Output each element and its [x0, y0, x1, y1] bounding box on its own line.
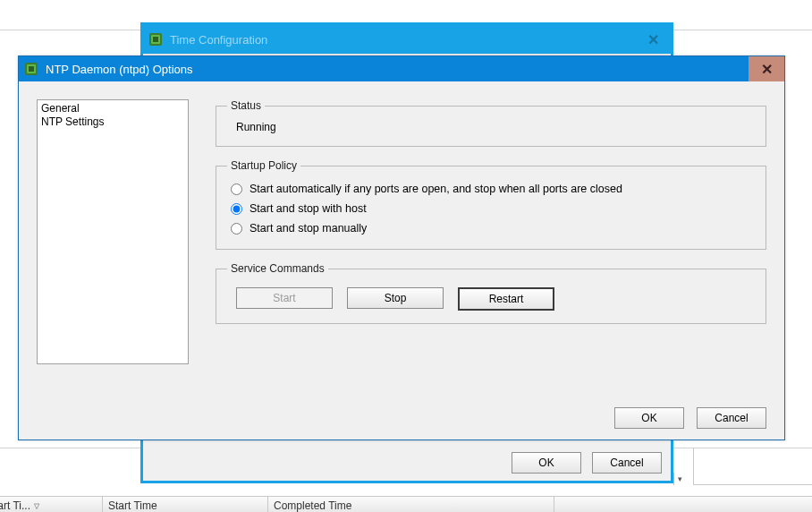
- close-button-parent[interactable]: ✕: [640, 29, 665, 50]
- startup-policy-option-manual[interactable]: Start and stop manually: [227, 218, 755, 238]
- svg-rect-2: [153, 37, 158, 42]
- startup-policy-group: Startup Policy Start automatically if an…: [216, 159, 766, 250]
- stop-button[interactable]: Stop: [347, 287, 444, 309]
- close-button[interactable]: ✕: [749, 56, 784, 81]
- status-value: Running: [227, 119, 755, 135]
- column-label: ted Start Ti...: [0, 499, 30, 512]
- ntpd-options-titlebar[interactable]: NTP Daemon (ntpd) Options ✕: [19, 56, 784, 81]
- nav-item-general[interactable]: General: [41, 102, 184, 115]
- cancel-button[interactable]: Cancel: [697, 407, 766, 429]
- start-button: Start: [236, 287, 333, 309]
- startup-policy-option-with-host[interactable]: Start and stop with host: [227, 199, 755, 218]
- radio-with-host-label: Start and stop with host: [250, 202, 367, 215]
- column-label: Start Time: [108, 499, 157, 512]
- radio-auto-ports-label: Start automatically if any ports are ope…: [250, 183, 622, 195]
- nav-item-ntp-settings[interactable]: NTP Settings: [41, 115, 184, 129]
- status-group: Status Running: [216, 99, 766, 147]
- bg-panel-edge: [693, 448, 812, 485]
- dropdown-caret-icon[interactable]: ▾: [673, 473, 686, 485]
- radio-manual-label: Start and stop manually: [250, 222, 367, 235]
- ntpd-options-window: NTP Daemon (ntpd) Options ✕ General NTP …: [18, 55, 785, 440]
- column-completed-time[interactable]: Completed Time: [268, 497, 554, 512]
- column-label: Completed Time: [274, 499, 351, 512]
- status-legend: Status: [227, 99, 265, 112]
- radio-with-host[interactable]: [231, 203, 242, 215]
- ntpd-options-body: General NTP Settings Status Running Star…: [19, 81, 784, 439]
- category-list[interactable]: General NTP Settings: [37, 99, 189, 364]
- restart-button[interactable]: Restart: [458, 287, 554, 311]
- startup-policy-option-auto-ports[interactable]: Start automatically if any ports are ope…: [227, 179, 755, 199]
- radio-manual[interactable]: [231, 223, 242, 235]
- time-configuration-title: Time Configuration: [170, 33, 267, 47]
- svg-rect-5: [29, 66, 34, 72]
- radio-auto-ports[interactable]: [231, 183, 242, 195]
- tasks-column-headers: ted Start Ti... ▽ Start Time Completed T…: [0, 496, 812, 512]
- vsphere-icon: [24, 62, 38, 76]
- ntpd-options-footer: OK Cancel: [37, 397, 766, 429]
- ok-button[interactable]: OK: [614, 407, 684, 429]
- sort-descending-icon: ▽: [34, 502, 39, 510]
- vsphere-icon: [148, 32, 163, 47]
- ok-button-parent[interactable]: OK: [512, 452, 581, 474]
- ntpd-options-title: NTP Daemon (ntpd) Options: [46, 63, 193, 76]
- time-configuration-footer: OK Cancel: [512, 452, 662, 474]
- service-commands-legend: Service Commands: [227, 262, 328, 275]
- time-configuration-titlebar[interactable]: Time Configuration ✕: [143, 25, 671, 54]
- startup-policy-legend: Startup Policy: [227, 159, 300, 172]
- service-commands-group: Service Commands Start Stop Restart: [216, 262, 766, 324]
- column-start-time[interactable]: Start Time: [103, 497, 268, 512]
- cancel-button-parent[interactable]: Cancel: [592, 452, 662, 474]
- column-requested-start-time[interactable]: ted Start Ti... ▽: [0, 497, 103, 512]
